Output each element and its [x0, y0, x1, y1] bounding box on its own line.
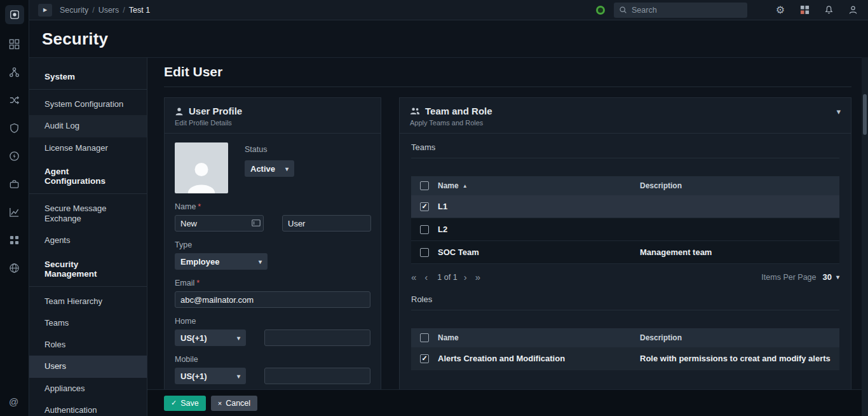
automation-bolt-icon[interactable]	[9, 150, 20, 162]
team-l2-checkbox[interactable]	[420, 225, 429, 234]
status-label: Status	[245, 145, 294, 154]
status-select[interactable]: Active ▾	[245, 160, 294, 177]
team-l1-checkbox[interactable]	[420, 202, 429, 211]
divider	[411, 310, 839, 310]
select-all-teams-checkbox[interactable]	[420, 181, 429, 190]
home-country-select[interactable]: US(+1) ▾	[175, 329, 246, 346]
breadcrumb-current: Test 1	[129, 6, 150, 15]
items-per-page-label: Items Per Page	[761, 273, 816, 282]
avatar[interactable]	[175, 142, 228, 193]
home-country-value: US(+1)	[180, 333, 207, 343]
shield-icon[interactable]	[9, 122, 20, 134]
role-name: Alerts Creation and Modification	[438, 354, 640, 363]
team-soc-checkbox[interactable]	[420, 248, 429, 257]
sidebar-item-teams[interactable]: Teams	[29, 312, 147, 334]
page-prev-button[interactable]: ‹	[424, 272, 428, 282]
health-status-icon[interactable]	[596, 6, 605, 15]
user-account-icon[interactable]	[846, 4, 859, 17]
sidebar-item-appliances[interactable]: Appliances	[29, 378, 147, 399]
first-name-input[interactable]	[175, 215, 264, 232]
scrollbar[interactable]	[862, 57, 868, 416]
type-select[interactable]: Employee ▾	[175, 253, 268, 270]
items-per-page-select[interactable]: 30 ▾	[823, 272, 840, 282]
sidebar-item-system-configuration[interactable]: System Configuration	[29, 94, 147, 115]
search-input[interactable]	[632, 6, 733, 15]
email-input[interactable]	[175, 291, 370, 308]
user-profile-icon	[175, 107, 184, 116]
briefcase-icon[interactable]	[9, 178, 20, 190]
sidebar-item-audit-log[interactable]: Audit Log	[29, 115, 147, 137]
divider	[29, 193, 147, 194]
breadcrumb-collapse-button[interactable]: ▶	[38, 4, 52, 17]
last-name-input[interactable]	[282, 215, 371, 232]
title-bar: Security	[29, 20, 868, 57]
apps-grid-icon[interactable]	[798, 4, 811, 17]
sidebar-item-users[interactable]: Users	[29, 356, 147, 377]
breadcrumb-separator: /	[123, 6, 125, 15]
sidebar-item-license-manager[interactable]: License Manager	[29, 137, 147, 159]
status-value: Active	[250, 164, 275, 174]
notifications-bell-icon[interactable]	[822, 4, 835, 17]
sidebar-section-security-management: Security Management	[29, 252, 147, 285]
app-rail: @	[0, 0, 29, 416]
table-row[interactable]: L1	[411, 195, 839, 218]
sort-asc-icon[interactable]: ▲	[463, 183, 468, 189]
edit-user-title: Edit User	[164, 64, 851, 80]
sidebar-item-secure-message-exchange[interactable]: Secure Message Exchange	[29, 198, 147, 230]
app-logo[interactable]	[5, 5, 24, 24]
search-box[interactable]	[614, 3, 747, 18]
collapse-chevron-icon[interactable]: ▾	[836, 107, 841, 116]
breadcrumb-users[interactable]: Users	[98, 6, 119, 15]
mobile-phone-input[interactable]	[264, 368, 370, 384]
roles-table: Name Description Alerts Creation and Mod…	[411, 328, 839, 370]
cancel-button[interactable]: × Cancel	[211, 396, 257, 411]
breadcrumb-security[interactable]: Security	[60, 6, 88, 15]
page-indicator: 1 of 1	[437, 273, 457, 282]
mobile-country-select[interactable]: US(+1) ▾	[175, 368, 246, 384]
dashboard-icon[interactable]	[9, 38, 20, 50]
sidebar-item-authentication[interactable]: Authentication	[29, 399, 147, 416]
sidebar-item-agents[interactable]: Agents	[29, 230, 147, 251]
column-name: Name	[438, 181, 459, 190]
chevron-down-icon: ▾	[836, 274, 839, 281]
sidebar-item-roles[interactable]: Roles	[29, 334, 147, 356]
column-description: Description	[640, 333, 839, 342]
chevron-down-icon: ▾	[237, 335, 240, 342]
apps-icon[interactable]	[9, 234, 20, 246]
mobile-country-value: US(+1)	[180, 371, 207, 381]
roles-table-header: Name Description	[411, 328, 839, 347]
team-role-card: Team and Role Apply Teams and Roles ▾ Te…	[399, 97, 851, 416]
search-icon	[619, 6, 627, 14]
scrollbar-thumb[interactable]	[863, 94, 867, 135]
role-alerts-checkbox[interactable]	[420, 354, 429, 363]
column-description: Description	[640, 181, 839, 190]
shuffle-icon[interactable]	[9, 94, 20, 106]
support-icon[interactable]: @	[9, 396, 18, 407]
home-phone-input[interactable]	[264, 329, 370, 346]
breadcrumb-separator: /	[92, 6, 94, 15]
items-per-page-value: 30	[823, 272, 832, 282]
globe-icon[interactable]	[9, 262, 20, 274]
check-icon: ✓	[171, 399, 177, 407]
settings-gear-icon[interactable]: ⚙	[774, 4, 787, 17]
hierarchy-icon[interactable]	[9, 66, 20, 78]
table-row[interactable]: Alerts Creation and Modification Role wi…	[411, 347, 839, 370]
table-row[interactable]: L2	[411, 218, 839, 241]
teams-section-label: Teams	[411, 142, 839, 152]
select-all-roles-checkbox[interactable]	[420, 333, 429, 342]
sidebar-section-system: System	[29, 64, 147, 88]
page-next-button[interactable]: ›	[464, 272, 467, 282]
analytics-icon[interactable]	[9, 206, 20, 218]
email-label: Email*	[175, 279, 370, 288]
save-button[interactable]: ✓ Save	[164, 396, 206, 411]
page-last-button[interactable]: »	[475, 272, 480, 282]
card-subtitle: Apply Teams and Roles	[410, 119, 841, 127]
sidebar-item-team-hierarchy[interactable]: Team Hierarchy	[29, 291, 147, 312]
input-field-icon	[252, 219, 261, 226]
chevron-down-icon: ▾	[285, 165, 288, 172]
table-row[interactable]: SOC Team Management team	[411, 241, 839, 264]
breadcrumb: Security / Users / Test 1	[60, 6, 150, 15]
page-first-button[interactable]: «	[411, 272, 416, 282]
action-footer: ✓ Save × Cancel	[147, 389, 862, 416]
close-icon: ×	[218, 399, 222, 407]
